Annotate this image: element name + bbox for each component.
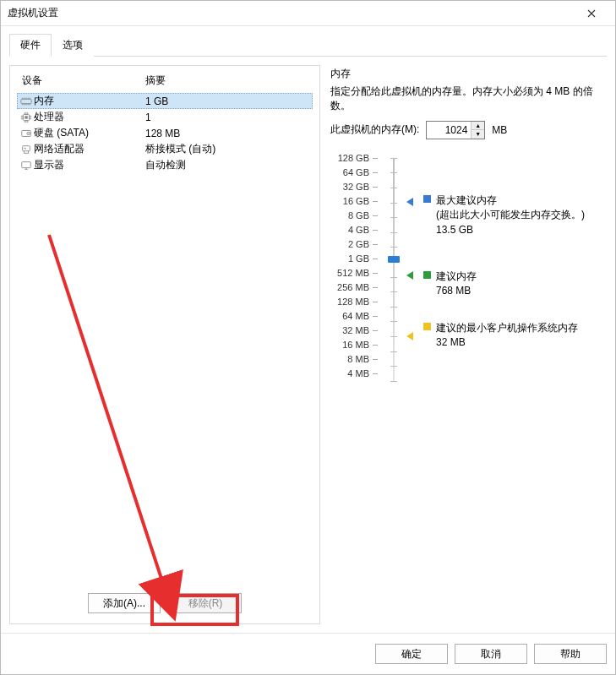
device-name: 处理器 xyxy=(34,110,145,124)
marker-max xyxy=(406,198,413,206)
svg-rect-0 xyxy=(21,99,31,103)
remove-button[interactable]: 移除(R) xyxy=(169,593,242,613)
device-summary: 1 xyxy=(145,112,311,123)
slider-markers xyxy=(406,151,418,388)
slider-tick-label: 128 MB xyxy=(330,295,381,309)
legend-min-color xyxy=(423,323,431,330)
legend-min: 建议的最小客户机操作系统内存 32 MB xyxy=(423,321,578,351)
device-header-summary: 摘要 xyxy=(145,73,311,88)
device-summary: 1 GB xyxy=(145,95,311,107)
slider-tick-label: 4 GB xyxy=(330,223,381,237)
legend-max-note: (超出此大小可能发生内存交换。) xyxy=(436,208,585,222)
device-name: 内存 xyxy=(34,94,145,108)
device-table-header: 设备 摘要 xyxy=(17,73,313,93)
slider-tick-label: 8 MB xyxy=(330,352,381,367)
device-summary: 自动检测 xyxy=(145,158,311,172)
legend-max-color xyxy=(423,195,431,203)
close-button[interactable] xyxy=(575,1,608,26)
svg-rect-2 xyxy=(25,116,28,119)
legend-max-value: 13.5 GB xyxy=(436,223,585,237)
device-name: 硬盘 (SATA) xyxy=(34,126,145,140)
device-row[interactable]: 内存1 GB xyxy=(17,93,313,109)
legend-recommended-value: 768 MB xyxy=(436,284,477,298)
marker-min xyxy=(406,332,413,340)
slider-tick-marks xyxy=(388,158,400,381)
tab-bar: 硬件 选项 xyxy=(9,33,607,57)
device-name: 网络适配器 xyxy=(34,142,145,156)
legend-max: 最大建议内存 (超出此大小可能发生内存交换。) 13.5 GB xyxy=(423,193,585,237)
memory-slider-area: 128 GB64 GB32 GB16 GB8 GB4 GB2 GB1 GB512… xyxy=(330,151,602,388)
legend-min-label: 建议的最小客户机操作系统内存 xyxy=(436,321,578,335)
content-area: 硬件 选项 设备 摘要 内存1 GB处理器1硬盘 (SATA)128 MB网络适… xyxy=(1,26,615,633)
slider-tick-label: 4 MB xyxy=(330,367,381,381)
svg-rect-7 xyxy=(22,161,31,167)
slider-thumb[interactable] xyxy=(388,256,400,263)
slider-legend: 最大建议内存 (超出此大小可能发生内存交换。) 13.5 GB 建议内存 768… xyxy=(423,151,602,388)
slider-tick-label: 256 MB xyxy=(330,280,381,295)
help-button[interactable]: 帮助 xyxy=(534,644,607,664)
svg-rect-6 xyxy=(23,145,30,150)
cancel-button[interactable]: 取消 xyxy=(455,644,527,664)
svg-point-5 xyxy=(28,133,29,133)
slider-tick-label: 64 MB xyxy=(330,309,381,324)
memory-description: 指定分配给此虚拟机的内存量。内存大小必须为 4 MB 的倍数。 xyxy=(330,84,602,114)
slider-tick-label: 8 GB xyxy=(330,209,381,223)
memory-spinner: ▲ ▼ xyxy=(426,121,485,139)
tab-hardware[interactable]: 硬件 xyxy=(9,34,52,57)
device-buttons: 添加(A)... 移除(R) xyxy=(17,588,313,617)
device-row[interactable]: 显示器自动检测 xyxy=(17,157,313,173)
slider-tick-label: 16 GB xyxy=(330,194,381,209)
device-panel: 设备 摘要 内存1 GB处理器1硬盘 (SATA)128 MB网络适配器桥接模式… xyxy=(9,65,320,624)
marker-recommended xyxy=(406,271,413,280)
slider-tick-labels: 128 GB64 GB32 GB16 GB8 GB4 GB2 GB1 GB512… xyxy=(330,151,381,388)
titlebar: 虚拟机设置 xyxy=(1,1,615,26)
memory-slider[interactable] xyxy=(386,151,401,388)
settings-panel: 内存 指定分配给此虚拟机的内存量。内存大小必须为 4 MB 的倍数。 此虚拟机的… xyxy=(330,65,607,624)
slider-tick-label: 128 GB xyxy=(330,151,381,166)
slider-tick-label: 16 MB xyxy=(330,338,381,352)
memory-spin-buttons: ▲ ▼ xyxy=(471,122,484,139)
memory-group-title: 内存 xyxy=(330,67,602,81)
slider-tick-label: 512 MB xyxy=(330,266,381,280)
slider-tick-label: 2 GB xyxy=(330,237,381,252)
memory-spin-down[interactable]: ▼ xyxy=(472,129,484,139)
svg-rect-3 xyxy=(22,130,31,136)
memory-input-label: 此虚拟机的内存(M): xyxy=(330,122,419,137)
legend-max-label: 最大建议内存 xyxy=(436,193,585,208)
legend-min-value: 32 MB xyxy=(436,335,578,350)
device-name: 显示器 xyxy=(34,158,145,172)
disk-icon xyxy=(19,128,34,139)
memory-input[interactable] xyxy=(427,122,471,139)
slider-tick-label: 32 MB xyxy=(330,324,381,338)
device-list: 内存1 GB处理器1硬盘 (SATA)128 MB网络适配器桥接模式 (自动)显… xyxy=(17,93,313,588)
memory-unit: MB xyxy=(492,124,507,136)
memory-input-row: 此虚拟机的内存(M): ▲ ▼ MB xyxy=(330,121,602,139)
device-summary: 桥接模式 (自动) xyxy=(145,142,311,156)
ok-button[interactable]: 确定 xyxy=(375,644,448,664)
device-summary: 128 MB xyxy=(145,128,311,139)
legend-recommended-color xyxy=(423,271,431,279)
device-header-device: 设备 xyxy=(19,73,145,88)
tab-options[interactable]: 选项 xyxy=(52,34,94,57)
vm-settings-window: 虚拟机设置 硬件 选项 设备 摘要 内存1 GB处理器1硬盘 (SATA)128… xyxy=(0,0,616,675)
add-button[interactable]: 添加(A)... xyxy=(88,593,161,613)
legend-recommended: 建议内存 768 MB xyxy=(423,269,477,299)
close-icon xyxy=(587,9,596,18)
device-row[interactable]: 网络适配器桥接模式 (自动) xyxy=(17,141,313,157)
window-title: 虚拟机设置 xyxy=(8,6,575,20)
device-row[interactable]: 处理器1 xyxy=(17,109,313,125)
dialog-footer: 确定 取消 帮助 xyxy=(1,633,615,674)
cpu-icon xyxy=(19,112,34,123)
display-icon xyxy=(19,160,34,171)
slider-tick-label: 1 GB xyxy=(330,252,381,266)
slider-tick-label: 64 GB xyxy=(330,166,381,180)
tab-panel-hardware: 设备 摘要 内存1 GB处理器1硬盘 (SATA)128 MB网络适配器桥接模式… xyxy=(9,57,607,624)
memory-spin-up[interactable]: ▲ xyxy=(472,122,484,130)
network-icon xyxy=(19,144,34,155)
memory-icon xyxy=(19,95,34,107)
slider-tick-label: 32 GB xyxy=(330,180,381,194)
device-row[interactable]: 硬盘 (SATA)128 MB xyxy=(17,125,313,141)
legend-recommended-label: 建议内存 xyxy=(436,269,477,284)
